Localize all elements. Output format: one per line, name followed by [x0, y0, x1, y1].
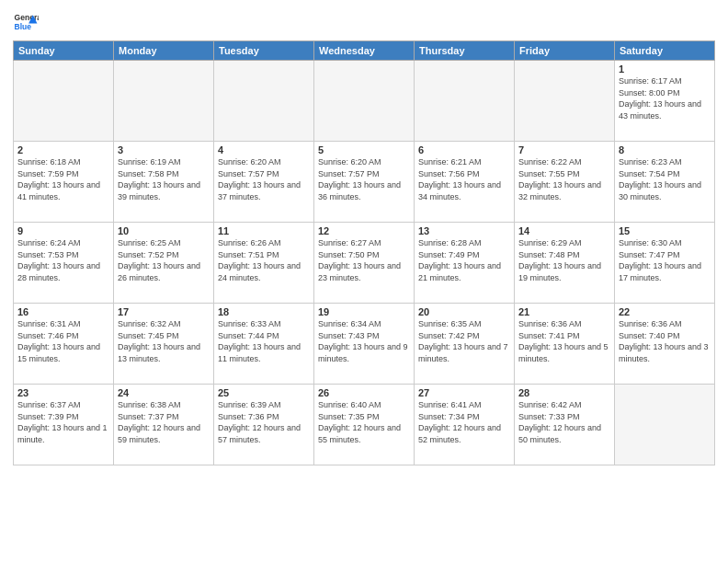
calendar-cell — [114, 61, 214, 142]
calendar-cell — [415, 61, 515, 142]
day-number: 14 — [518, 225, 610, 236]
day-info: Sunrise: 6:41 AMSunset: 7:34 PMDaylight:… — [418, 399, 510, 445]
day-info: Sunrise: 6:20 AMSunset: 7:57 PMDaylight:… — [318, 156, 410, 202]
logo-icon: General Blue — [13, 9, 39, 35]
day-number: 11 — [218, 225, 310, 236]
day-number: 19 — [318, 306, 410, 317]
header: General Blue — [13, 9, 715, 35]
calendar-cell: 22Sunrise: 6:36 AMSunset: 7:40 PMDayligh… — [615, 304, 715, 385]
day-info: Sunrise: 6:25 AMSunset: 7:52 PMDaylight:… — [118, 237, 210, 283]
calendar-cell: 15Sunrise: 6:30 AMSunset: 7:47 PMDayligh… — [615, 223, 715, 304]
calendar-cell: 3Sunrise: 6:19 AMSunset: 7:58 PMDaylight… — [114, 142, 214, 223]
calendar-cell: 14Sunrise: 6:29 AMSunset: 7:48 PMDayligh… — [515, 223, 615, 304]
day-info: Sunrise: 6:21 AMSunset: 7:56 PMDaylight:… — [418, 156, 510, 202]
calendar-cell — [14, 61, 114, 142]
col-header-monday: Monday — [114, 41, 214, 61]
calendar-week-4: 23Sunrise: 6:37 AMSunset: 7:39 PMDayligh… — [14, 385, 715, 465]
calendar-cell: 16Sunrise: 6:31 AMSunset: 7:46 PMDayligh… — [14, 304, 114, 385]
day-info: Sunrise: 6:33 AMSunset: 7:44 PMDaylight:… — [218, 318, 310, 364]
calendar-cell: 8Sunrise: 6:23 AMSunset: 7:54 PMDaylight… — [615, 142, 715, 223]
calendar-header-row: SundayMondayTuesdayWednesdayThursdayFrid… — [14, 41, 715, 61]
day-info: Sunrise: 6:22 AMSunset: 7:55 PMDaylight:… — [518, 156, 610, 202]
day-number: 25 — [218, 387, 310, 398]
day-info: Sunrise: 6:26 AMSunset: 7:51 PMDaylight:… — [218, 237, 310, 283]
day-number: 23 — [17, 387, 109, 398]
day-number: 26 — [318, 387, 410, 398]
calendar-cell: 7Sunrise: 6:22 AMSunset: 7:55 PMDaylight… — [515, 142, 615, 223]
day-number: 7 — [518, 144, 610, 155]
day-number: 10 — [118, 225, 210, 236]
day-info: Sunrise: 6:24 AMSunset: 7:53 PMDaylight:… — [17, 237, 109, 283]
calendar-cell: 25Sunrise: 6:39 AMSunset: 7:36 PMDayligh… — [214, 385, 314, 465]
day-info: Sunrise: 6:20 AMSunset: 7:57 PMDaylight:… — [218, 156, 310, 202]
day-number: 6 — [418, 144, 510, 155]
day-info: Sunrise: 6:30 AMSunset: 7:47 PMDaylight:… — [619, 237, 711, 283]
col-header-wednesday: Wednesday — [314, 41, 415, 61]
day-info: Sunrise: 6:23 AMSunset: 7:54 PMDaylight:… — [619, 156, 711, 202]
page: General Blue SundayMondayTuesdayWednesda… — [0, 0, 728, 563]
col-header-tuesday: Tuesday — [214, 41, 314, 61]
calendar-week-2: 9Sunrise: 6:24 AMSunset: 7:53 PMDaylight… — [14, 223, 715, 304]
day-info: Sunrise: 6:35 AMSunset: 7:42 PMDaylight:… — [418, 318, 510, 364]
logo: General Blue — [13, 9, 39, 35]
day-info: Sunrise: 6:38 AMSunset: 7:37 PMDaylight:… — [118, 399, 210, 445]
col-header-saturday: Saturday — [615, 41, 715, 61]
col-header-thursday: Thursday — [415, 41, 515, 61]
day-number: 27 — [418, 387, 510, 398]
day-number: 9 — [17, 225, 109, 236]
calendar-cell: 1Sunrise: 6:17 AMSunset: 8:00 PMDaylight… — [615, 61, 715, 142]
day-number: 17 — [118, 306, 210, 317]
day-info: Sunrise: 6:36 AMSunset: 7:41 PMDaylight:… — [518, 318, 610, 364]
calendar-cell: 11Sunrise: 6:26 AMSunset: 7:51 PMDayligh… — [214, 223, 314, 304]
day-number: 15 — [619, 225, 711, 236]
day-info: Sunrise: 6:28 AMSunset: 7:49 PMDaylight:… — [418, 237, 510, 283]
col-header-sunday: Sunday — [14, 41, 114, 61]
day-number: 20 — [418, 306, 510, 317]
day-number: 13 — [418, 225, 510, 236]
day-info: Sunrise: 6:37 AMSunset: 7:39 PMDaylight:… — [17, 399, 109, 445]
day-number: 2 — [17, 144, 109, 155]
calendar-cell: 20Sunrise: 6:35 AMSunset: 7:42 PMDayligh… — [415, 304, 515, 385]
calendar-cell — [515, 61, 615, 142]
day-number: 16 — [17, 306, 109, 317]
col-header-friday: Friday — [515, 41, 615, 61]
calendar-cell: 4Sunrise: 6:20 AMSunset: 7:57 PMDaylight… — [214, 142, 314, 223]
calendar-cell: 18Sunrise: 6:33 AMSunset: 7:44 PMDayligh… — [214, 304, 314, 385]
day-number: 12 — [318, 225, 410, 236]
calendar-week-3: 16Sunrise: 6:31 AMSunset: 7:46 PMDayligh… — [14, 304, 715, 385]
day-number: 28 — [518, 387, 610, 398]
calendar-week-1: 2Sunrise: 6:18 AMSunset: 7:59 PMDaylight… — [14, 142, 715, 223]
day-number: 4 — [218, 144, 310, 155]
day-number: 18 — [218, 306, 310, 317]
day-number: 3 — [118, 144, 210, 155]
calendar-cell: 2Sunrise: 6:18 AMSunset: 7:59 PMDaylight… — [14, 142, 114, 223]
day-info: Sunrise: 6:42 AMSunset: 7:33 PMDaylight:… — [518, 399, 610, 445]
calendar-cell: 26Sunrise: 6:40 AMSunset: 7:35 PMDayligh… — [314, 385, 415, 465]
day-info: Sunrise: 6:19 AMSunset: 7:58 PMDaylight:… — [118, 156, 210, 202]
calendar-cell: 12Sunrise: 6:27 AMSunset: 7:50 PMDayligh… — [314, 223, 415, 304]
calendar-cell: 24Sunrise: 6:38 AMSunset: 7:37 PMDayligh… — [114, 385, 214, 465]
day-number: 22 — [619, 306, 711, 317]
calendar-cell — [214, 61, 314, 142]
calendar-cell: 13Sunrise: 6:28 AMSunset: 7:49 PMDayligh… — [415, 223, 515, 304]
calendar-cell: 19Sunrise: 6:34 AMSunset: 7:43 PMDayligh… — [314, 304, 415, 385]
calendar-cell: 9Sunrise: 6:24 AMSunset: 7:53 PMDaylight… — [14, 223, 114, 304]
day-number: 24 — [118, 387, 210, 398]
calendar-cell: 5Sunrise: 6:20 AMSunset: 7:57 PMDaylight… — [314, 142, 415, 223]
calendar-cell: 23Sunrise: 6:37 AMSunset: 7:39 PMDayligh… — [14, 385, 114, 465]
calendar-cell: 27Sunrise: 6:41 AMSunset: 7:34 PMDayligh… — [415, 385, 515, 465]
day-info: Sunrise: 6:32 AMSunset: 7:45 PMDaylight:… — [118, 318, 210, 364]
calendar-cell — [314, 61, 415, 142]
day-info: Sunrise: 6:39 AMSunset: 7:36 PMDaylight:… — [218, 399, 310, 445]
day-info: Sunrise: 6:18 AMSunset: 7:59 PMDaylight:… — [17, 156, 109, 202]
day-number: 21 — [518, 306, 610, 317]
day-number: 1 — [619, 63, 711, 75]
day-info: Sunrise: 6:36 AMSunset: 7:40 PMDaylight:… — [619, 318, 711, 364]
day-info: Sunrise: 6:29 AMSunset: 7:48 PMDaylight:… — [518, 237, 610, 283]
day-number: 8 — [619, 144, 711, 155]
day-info: Sunrise: 6:40 AMSunset: 7:35 PMDaylight:… — [318, 399, 410, 445]
day-number: 5 — [318, 144, 410, 155]
calendar-cell: 6Sunrise: 6:21 AMSunset: 7:56 PMDaylight… — [415, 142, 515, 223]
calendar-table: SundayMondayTuesdayWednesdayThursdayFrid… — [13, 40, 715, 465]
day-info: Sunrise: 6:27 AMSunset: 7:50 PMDaylight:… — [318, 237, 410, 283]
